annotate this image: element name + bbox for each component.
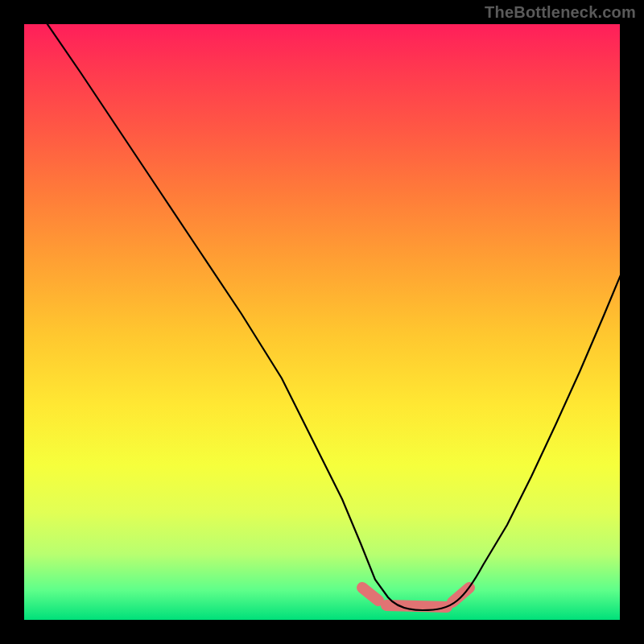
main-line (42, 24, 620, 610)
accent-left (362, 588, 378, 601)
bottleneck-curve (24, 24, 620, 620)
plot-area (24, 24, 620, 620)
chart-canvas: TheBottleneck.com (0, 0, 644, 644)
accent-bottom (386, 605, 447, 607)
watermark-text: TheBottleneck.com (485, 3, 636, 22)
